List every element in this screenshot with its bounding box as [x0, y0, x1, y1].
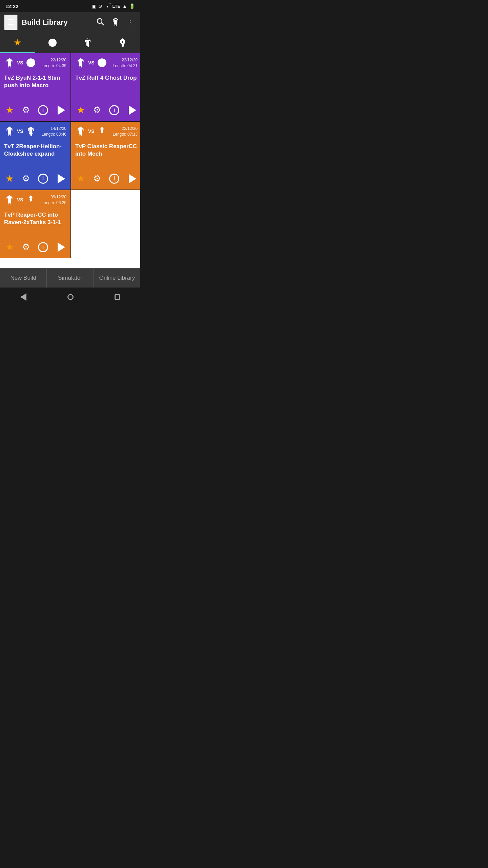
settings-button-5[interactable]: ⚙ — [21, 240, 31, 254]
card-header-2: VS 22/12/20 Length: 04:21 — [75, 57, 138, 69]
card-title-2: TvZ Ruff 4 Ghost Drop — [75, 72, 138, 99]
race-filter-button[interactable] — [108, 14, 123, 31]
favorite-button-4[interactable]: ★ — [75, 172, 86, 185]
race1-icon-1 — [4, 57, 15, 68]
star-tab-icon: ★ — [14, 37, 21, 48]
home-icon — [67, 294, 74, 300]
nav-simulator[interactable]: Simulator — [47, 269, 94, 288]
info-icon-2: i — [109, 105, 119, 115]
status-icons: ▣ ⊙ LTE ▲ 🔋 — [92, 3, 135, 9]
card-actions-5: ★ ⚙ i — [4, 239, 66, 254]
svg-point-1 — [97, 19, 102, 23]
more-options-button[interactable]: ⋮ — [124, 16, 136, 29]
settings-button-2[interactable]: ⚙ — [92, 103, 102, 117]
svg-point-6 — [31, 61, 33, 62]
gear-icon-1: ⚙ — [22, 105, 30, 115]
search-button[interactable] — [94, 15, 107, 30]
race1-icon-3 — [4, 126, 15, 137]
nav-new-build[interactable]: New Build — [0, 269, 47, 288]
favorite-button-3[interactable]: ★ — [4, 172, 15, 185]
card-header-5: VS 09/12/20 Length: 06:20 — [4, 194, 66, 206]
tab-zerg[interactable] — [35, 33, 70, 53]
info-icon-1: i — [38, 105, 48, 115]
simulator-label: Simulator — [58, 275, 82, 281]
settings-button-3[interactable]: ⚙ — [21, 172, 31, 185]
empty-cell — [71, 190, 140, 258]
recent-button[interactable] — [115, 294, 120, 300]
card-actions-2: ★ ⚙ i — [75, 102, 138, 117]
back-icon — [20, 293, 26, 301]
bottom-nav: New Build Simulator Online Library — [0, 268, 140, 288]
back-button[interactable] — [20, 293, 26, 301]
card-title-3: TvT 2Reaper-Hellion-Cloakshee expand — [4, 140, 66, 167]
race-vs-1: VS — [4, 57, 36, 68]
card-date-5: 09/12/20 Length: 06:20 — [42, 194, 66, 206]
play-icon-3 — [58, 174, 65, 183]
svg-point-8 — [102, 61, 104, 62]
protoss-tab-icon — [118, 38, 128, 48]
app-bar-title: Build Library — [18, 18, 94, 27]
gear-icon-2: ⚙ — [93, 105, 101, 115]
star-filled-icon-1: ★ — [5, 104, 14, 116]
info-icon-4: i — [109, 174, 119, 184]
terran-tab-icon — [83, 38, 93, 48]
vs-text-2: VS — [88, 60, 95, 65]
race2-icon-1 — [25, 57, 36, 68]
info-button-1[interactable]: i — [37, 104, 49, 117]
card-header-3: VS 14/12/20 Length: 03:46 — [4, 126, 66, 137]
settings-button-4[interactable]: ⚙ — [92, 172, 102, 185]
build-card-3: VS 14/12/20 Length: 03:46 TvT 2Reaper-He… — [0, 122, 70, 190]
build-card-2: VS 22/12/20 Length: 04:21 TvZ Ruff 4 Gho… — [71, 53, 140, 121]
race2-icon-4 — [97, 126, 107, 137]
play-button-2[interactable] — [126, 104, 138, 116]
lte-icon: LTE — [113, 4, 121, 9]
card-date-1: 22/12/20 Length: 04:39 — [42, 57, 66, 69]
app-bar-actions: ⋮ — [94, 14, 136, 31]
new-build-label: New Build — [10, 275, 36, 281]
info-button-2[interactable]: i — [108, 104, 121, 117]
card-title-4: TvP Classic ReaperCC into Mech — [75, 140, 138, 167]
race-vs-2: VS — [75, 57, 107, 68]
settings-button-1[interactable]: ⚙ — [21, 103, 31, 117]
favorite-button-1[interactable]: ★ — [4, 103, 15, 117]
signal-icon: ▲ — [122, 3, 127, 9]
home-button[interactable] — [67, 294, 74, 300]
info-button-5[interactable]: i — [37, 241, 49, 254]
status-bar: 12:22 ▣ ⊙ LTE ▲ 🔋 — [0, 0, 140, 12]
play-icon-4 — [129, 174, 136, 183]
gear-icon-4: ⚙ — [93, 173, 101, 184]
play-button-5[interactable] — [55, 241, 66, 253]
menu-button[interactable]: ☰ — [4, 15, 18, 30]
svg-point-7 — [100, 61, 102, 62]
vs-text-5: VS — [17, 197, 23, 202]
card-date-2: 22/12/20 Length: 04:21 — [113, 57, 138, 69]
race-vs-3: VS — [4, 126, 36, 137]
svg-point-3 — [51, 41, 52, 42]
svg-point-4 — [53, 41, 54, 42]
favorite-button-2[interactable]: ★ — [75, 103, 86, 117]
card-title-1: TvZ ByuN 2-1-1 Stim push into Macro — [4, 72, 66, 99]
play-button-3[interactable] — [55, 173, 66, 185]
info-button-3[interactable]: i — [37, 172, 49, 185]
race2-icon-5 — [25, 194, 36, 205]
race2-icon-2 — [97, 57, 107, 68]
wifi-icon — [104, 3, 110, 9]
race2-icon-3 — [25, 126, 36, 137]
play-button-4[interactable] — [126, 173, 138, 185]
nav-online-library[interactable]: Online Library — [94, 269, 140, 288]
vs-text-4: VS — [88, 129, 95, 134]
app-bar: ☰ Build Library ⋮ — [0, 12, 140, 33]
recent-icon — [115, 294, 120, 300]
card-date-4: 22/12/20 Length: 07:13 — [113, 126, 138, 137]
tab-bar: ★ — [0, 33, 140, 53]
card-actions-4: ★ ⚙ i — [75, 170, 138, 185]
play-button-1[interactable] — [55, 104, 66, 116]
favorite-button-5[interactable]: ★ — [4, 240, 15, 254]
builds-grid: VS 22/12/20 Length: 04:39 TvZ ByuN 2-1-1… — [0, 53, 140, 258]
tab-protoss[interactable] — [105, 33, 141, 53]
info-icon-5: i — [38, 242, 48, 252]
tab-terran[interactable] — [70, 33, 105, 53]
tab-favorites[interactable]: ★ — [0, 33, 35, 53]
info-button-4[interactable]: i — [108, 172, 121, 185]
race1-icon-2 — [75, 57, 86, 68]
